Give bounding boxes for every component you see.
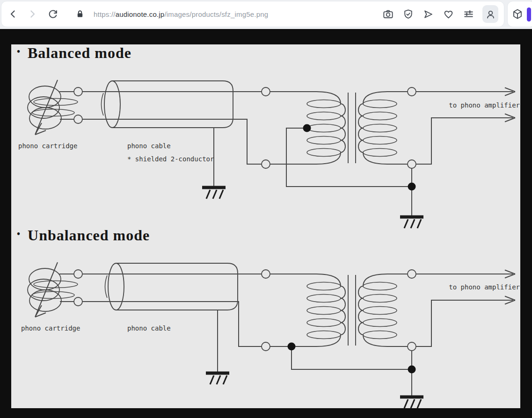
person-icon — [485, 8, 496, 20]
balanced-cable-label: phono cable — [127, 143, 171, 149]
balanced-output-label: to phono amplifier — [449, 102, 520, 108]
share-button[interactable] — [422, 8, 434, 20]
unbalanced-cable-label: phono cable — [127, 325, 171, 332]
profile-button[interactable] — [482, 5, 498, 23]
bullet-glyph: • — [17, 229, 21, 239]
balanced-cable-note: * shielded 2-conductor — [127, 156, 214, 162]
schematic-image: •Balanced mode phono cartridge phono cab… — [11, 44, 520, 408]
unbalanced-title: •Unbalanced mode — [17, 228, 150, 243]
screenshot-button[interactable] — [382, 8, 394, 20]
balanced-cartridge-label: phono cartridge — [18, 143, 77, 149]
back-icon — [7, 8, 19, 20]
address-bar[interactable]: https://audionote.co.jp/images/products/… — [94, 10, 268, 18]
browser-toolbar: https://audionote.co.jp/images/products/… — [0, 0, 532, 29]
sidebar-pill[interactable] — [527, 7, 531, 22]
balanced-circuit — [28, 80, 515, 228]
url-domain: audionote.co.jp — [116, 10, 165, 18]
url-scheme: https:// — [94, 10, 116, 18]
unbalanced-circuit — [28, 262, 515, 408]
site-security-button[interactable] — [74, 8, 86, 20]
content-area: •Balanced mode phono cartridge phono cab… — [0, 29, 532, 418]
forward-button[interactable] — [26, 8, 38, 20]
send-icon — [423, 8, 434, 20]
heart-icon — [443, 8, 454, 20]
refresh-button[interactable] — [47, 8, 59, 20]
privacy-shield-button[interactable] — [402, 8, 414, 20]
back-button[interactable] — [7, 8, 19, 20]
extension-button[interactable] — [511, 8, 524, 20]
url-path: /images/products/sfz_img5e.png — [164, 10, 268, 18]
schematic-linework — [11, 44, 520, 408]
balanced-title-text: Balanced mode — [28, 44, 131, 61]
toolbar-card: https://audionote.co.jp/images/products/… — [1, 1, 504, 27]
camera-icon — [382, 8, 394, 20]
refresh-icon — [47, 8, 58, 20]
bullet-glyph: • — [17, 46, 21, 57]
shield-check-icon — [402, 8, 414, 20]
unbalanced-cartridge-label: phono cartridge — [21, 325, 80, 332]
balanced-title: •Balanced mode — [17, 45, 131, 60]
cube-icon — [511, 8, 524, 20]
unbalanced-title-text: Unbalanced mode — [28, 227, 150, 244]
settings-button[interactable] — [462, 8, 474, 20]
sliders-icon — [463, 8, 474, 20]
favorite-button[interactable] — [442, 8, 454, 20]
lock-icon — [74, 8, 86, 20]
forward-icon — [27, 8, 38, 20]
unbalanced-output-label: to phono amplifier — [449, 284, 520, 290]
